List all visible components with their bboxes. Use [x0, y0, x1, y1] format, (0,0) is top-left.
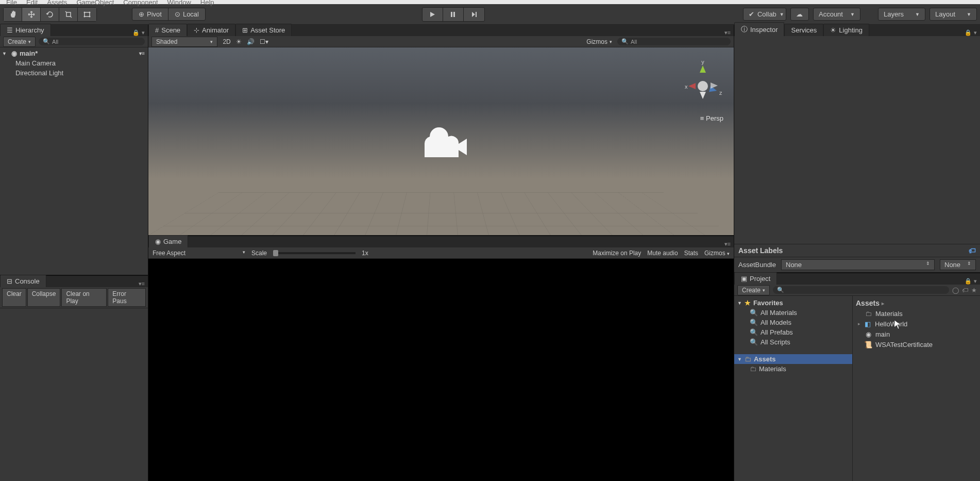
panel-menu-icon[interactable]: ▾	[974, 29, 977, 36]
local-toggle[interactable]: ⊙ Local	[168, 8, 205, 20]
audio-toggle[interactable]: 🔊	[247, 38, 255, 45]
menu-edit[interactable]: Edit	[26, 0, 38, 6]
favorites-header[interactable]: ▼ ★ Favorites	[734, 298, 852, 308]
fav-all-prefabs[interactable]: 🔍 All Prefabs	[734, 327, 852, 337]
shading-dropdown[interactable]: Shaded ▾	[151, 37, 217, 47]
project-tab[interactable]: ▣ Project	[734, 272, 777, 285]
menu-window[interactable]: Window	[167, 0, 191, 6]
pause-button[interactable]	[443, 8, 464, 21]
panel-menu-icon[interactable]: ▾	[974, 278, 977, 285]
menu-bar[interactable]: File Edit Assets GameObject Component Wi…	[0, 0, 980, 4]
game-view[interactable]	[148, 259, 734, 481]
orientation-gizmo[interactable]: y x z	[682, 58, 723, 109]
breadcrumb[interactable]: Assets ▸	[856, 298, 977, 308]
toolbar-right: ✔ Collab ▼ ☁ Account ▼ Layers ▼ Layout ▼	[743, 8, 977, 21]
game-tab-label: Game	[163, 238, 181, 245]
assets-root[interactable]: ▼ 🗀 Assets	[734, 354, 852, 364]
lighting-tab[interactable]: ☀ Lighting	[823, 24, 869, 36]
project-search[interactable]: 🔍	[773, 286, 949, 294]
project-content[interactable]: Assets ▸ 🗀 Materials ▸ ◧ HelloWorld ◉	[853, 296, 980, 481]
filter-label-icon[interactable]: 🏷	[962, 287, 968, 294]
clear-on-play-button[interactable]: Clear on Play	[61, 288, 107, 307]
animator-tab[interactable]: ⊹ Animator	[187, 24, 235, 36]
hierarchy-tab[interactable]: ☰ Hierarchy	[0, 24, 51, 36]
project-create-button[interactable]: Create ▾	[737, 285, 770, 295]
play-button[interactable]	[423, 8, 443, 21]
persp-text: Persp	[706, 114, 723, 122]
save-search-icon[interactable]: ★	[971, 287, 977, 294]
assets-materials-folder[interactable]: 🗀 Materials	[734, 364, 852, 374]
panel-menu-icon[interactable]: ▾≡	[724, 241, 731, 247]
rotate-tool[interactable]	[41, 8, 59, 21]
2d-toggle[interactable]: 2D	[223, 38, 230, 45]
hierarchy-item-light[interactable]: Directional Light	[0, 68, 148, 78]
scale-tool[interactable]	[59, 8, 78, 21]
hierarchy-create-button[interactable]: Create ▾	[3, 37, 36, 47]
asset-certificate[interactable]: 📜 WSATestCertificate	[856, 339, 977, 350]
mute-toggle[interactable]: Mute audio	[647, 250, 678, 257]
folder-label: Materials	[759, 365, 786, 373]
scene-extras-icon[interactable]: ▾≡	[139, 51, 145, 56]
rect-icon	[83, 10, 91, 19]
layers-dropdown[interactable]: Layers ▼	[878, 8, 925, 21]
pivot-toggle[interactable]: ⊕ Pivot	[132, 8, 168, 20]
rect-tool[interactable]	[78, 8, 96, 21]
hierarchy-item-camera[interactable]: Main Camera	[0, 58, 148, 68]
scene-view[interactable]: y x z ≡ Persp	[148, 47, 734, 235]
tag-icon[interactable]: 🏷	[969, 246, 976, 255]
filter-type-icon[interactable]: ◯	[952, 287, 959, 294]
error-pause-button[interactable]: Error Paus	[108, 288, 146, 307]
project-tree[interactable]: ▼ ★ Favorites 🔍 All Materials 🔍 All Mode…	[734, 296, 853, 481]
panel-menu-icon[interactable]: ▾≡	[724, 29, 731, 36]
fav-all-materials[interactable]: 🔍 All Materials	[734, 308, 852, 318]
fav-all-scripts[interactable]: 🔍 All Scripts	[734, 337, 852, 347]
scene-search[interactable]: 🔍 All	[617, 38, 731, 45]
lock-icon[interactable]: 🔒	[965, 29, 972, 36]
aspect-dropdown[interactable]: Free Aspect ▾	[153, 250, 245, 257]
move-tool[interactable]	[22, 8, 41, 21]
layout-dropdown[interactable]: Layout ▼	[930, 8, 977, 21]
lock-icon[interactable]: 🔒	[965, 278, 972, 285]
asset-store-tab[interactable]: ⊞ Asset Store	[235, 24, 292, 36]
hierarchy-tree[interactable]: ◉ main* ▾≡ Main Camera Directional Light	[0, 47, 148, 275]
scale-slider[interactable]	[273, 252, 356, 254]
collapse-button[interactable]: Collapse	[27, 288, 61, 307]
step-button[interactable]	[464, 8, 484, 21]
expand-icon[interactable]: ▸	[858, 321, 860, 326]
menu-assets[interactable]: Assets	[47, 0, 67, 6]
asset-materials[interactable]: 🗀 Materials	[856, 308, 977, 319]
stats-toggle[interactable]: Stats	[684, 250, 698, 257]
menu-help[interactable]: Help	[200, 0, 214, 6]
maximize-toggle[interactable]: Maximize on Play	[593, 250, 641, 257]
light-toggle[interactable]: ☀	[236, 38, 242, 45]
console-tab[interactable]: ⊟ Console	[0, 275, 46, 287]
slider-handle[interactable]	[273, 250, 278, 256]
persp-label[interactable]: ≡ Persp	[700, 114, 723, 122]
hierarchy-search[interactable]: 🔍 All	[39, 38, 145, 45]
asset-helloworld[interactable]: ▸ ◧ HelloWorld	[856, 319, 977, 329]
account-dropdown[interactable]: Account ▼	[813, 8, 860, 21]
services-tab[interactable]: Services	[784, 24, 823, 36]
menu-gameobject[interactable]: GameObject	[76, 0, 114, 6]
menu-file[interactable]: File	[6, 0, 17, 6]
hand-tool[interactable]	[4, 8, 22, 21]
scene-root[interactable]: ◉ main* ▾≡	[0, 48, 148, 58]
bundle-dropdown[interactable]: None ⇕	[781, 259, 935, 270]
gizmos-dropdown[interactable]: Gizmos ▾	[704, 250, 730, 257]
collab-dropdown[interactable]: ✔ Collab ▼	[743, 8, 786, 21]
inspector-tab[interactable]: ⓘ Inspector	[734, 22, 784, 36]
clear-button[interactable]: Clear	[2, 288, 26, 307]
lock-icon[interactable]: 🔒	[132, 29, 140, 36]
fx-toggle[interactable]: ☐▾	[260, 38, 268, 45]
fav-all-models[interactable]: 🔍 All Models	[734, 318, 852, 327]
bundle-variant-dropdown[interactable]: None ⇕	[940, 259, 976, 270]
scene-tab[interactable]: # Scene	[148, 24, 187, 36]
menu-component[interactable]: Component	[123, 0, 158, 6]
camera-gizmo-icon[interactable]	[412, 126, 468, 168]
panel-menu-icon[interactable]: ▾	[142, 29, 145, 36]
panel-menu-icon[interactable]: ▾≡	[139, 280, 145, 287]
gizmos-dropdown[interactable]: Gizmos ▾	[586, 38, 612, 45]
asset-main-scene[interactable]: ◉ main	[856, 329, 977, 339]
cloud-button[interactable]: ☁	[790, 8, 809, 21]
game-tab[interactable]: ◉ Game	[148, 235, 188, 247]
